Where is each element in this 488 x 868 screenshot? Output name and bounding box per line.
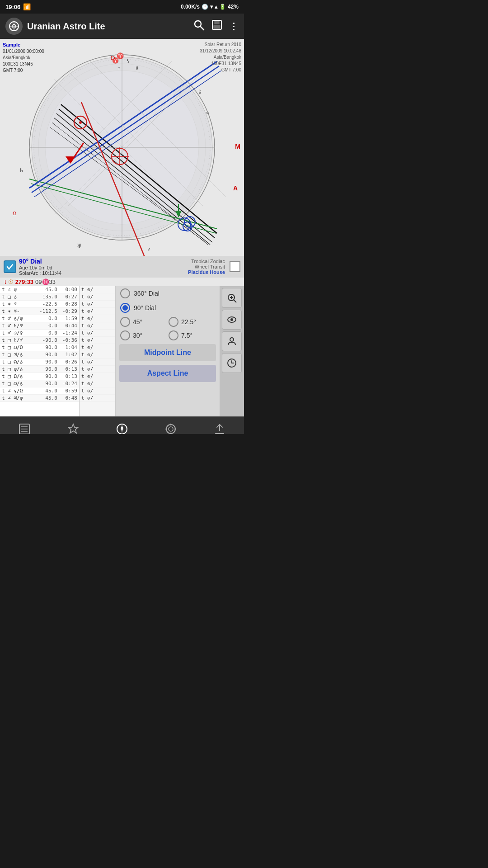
aspect-deg: 0.0 <box>33 330 57 336</box>
table-row: t ⊙/ <box>80 286 115 293</box>
aspect-orb: 0:59 <box>57 388 77 394</box>
nav-compass-button[interactable] <box>98 417 146 434</box>
aspect-table-right: t ⊙/t ⊙/t ⊙/t ⊙/t ⊙/t ⊙/t ⊙/t ⊙/t ⊙/t ⊙/… <box>80 286 116 416</box>
option-30-pair[interactable]: 30° <box>120 330 167 340</box>
aspect-deg: 135.0 <box>33 294 57 300</box>
svg-point-78 <box>121 428 123 430</box>
table-row: t ∠ ♃/ψ 45.0 0:48 <box>0 395 79 402</box>
table-row: t ♂ ♄/♅ 0.0 0:44 <box>0 322 79 330</box>
radio-90[interactable] <box>120 303 130 313</box>
table-row: t ⊙/ <box>80 395 115 402</box>
clock-icon <box>226 358 237 368</box>
chart-return-coords: 100E31 13N45 <box>200 61 241 67</box>
dial-title: 90° Dial <box>19 258 185 265</box>
nav-target-button[interactable] <box>146 417 195 434</box>
aspect-line-button[interactable]: Aspect Line <box>119 365 216 382</box>
aspect-orb: -0:24 <box>57 381 77 387</box>
zoom-in-icon <box>226 292 237 303</box>
table-row: t ⊙/ <box>80 373 115 380</box>
svg-text:♄: ♄ <box>19 167 24 174</box>
zoom-in-button[interactable] <box>222 288 242 308</box>
radio-90-dot <box>122 305 128 311</box>
aspect-deg: 45.0 <box>33 388 57 394</box>
table-row: t □ ☊/Ω 90.0 1:04 <box>0 344 79 351</box>
person-button[interactable] <box>222 331 242 351</box>
svg-rect-7 <box>215 20 219 24</box>
action-buttons <box>220 286 244 416</box>
svg-point-66 <box>230 338 234 341</box>
table-row: t □ ♃/♁ 90.0 1:02 <box>0 351 79 359</box>
option-75-pair[interactable]: 7.5° <box>169 330 215 340</box>
option-45-pair[interactable]: 45° <box>120 317 167 327</box>
search-button[interactable] <box>193 19 205 33</box>
aspect-planet: t □ ♃/♁ <box>2 352 33 358</box>
table-row: t ⊙/ <box>80 344 115 351</box>
radio-225[interactable] <box>169 317 178 327</box>
aspect-planet: t ∠ γ/Ω <box>2 388 33 394</box>
radio-360[interactable] <box>120 288 130 298</box>
radio-30[interactable] <box>120 330 130 340</box>
option-225-pair[interactable]: 22.5° <box>169 317 215 327</box>
table-row: t □ ☊/♁ 90.0 0:26 <box>0 359 79 366</box>
aspect-planet: t □ ♄/♂ <box>2 337 33 343</box>
app-bar: Uranian Astro Lite ⋮ <box>0 14 244 39</box>
chart-name: Sample <box>3 42 44 48</box>
svg-text:♀: ♀ <box>117 66 121 71</box>
aspect-orb: -1:24 <box>57 330 77 336</box>
chart-bottom-right: Tropical Zodiac Wheel Transit Placidus H… <box>188 259 225 275</box>
bottom-navigation <box>0 416 244 434</box>
table-row: t ♂ ☉/♀ 0.0 -1:24 <box>0 330 79 337</box>
radio-45[interactable] <box>120 317 130 327</box>
wheel-transit-box[interactable] <box>230 261 240 272</box>
aspect-deg: 90.0 <box>33 359 57 365</box>
status-right: 0.00K/s 🕐 ▾ ▴ 🔋 42% <box>181 4 239 10</box>
placidus-label: Placidus House <box>188 269 225 275</box>
chart-container: Sample 01/01/2000 00:00:00 Asia/Bangkok … <box>0 39 244 256</box>
app-title: Uranian Astro Lite <box>27 21 188 32</box>
dial-options-panel: 360° Dial 90° Dial 45° 22.5° 30° <box>116 286 220 416</box>
chart-location: Asia/Bangkok <box>3 55 44 61</box>
check-button[interactable] <box>4 260 16 273</box>
nav-star-button[interactable] <box>49 417 98 434</box>
svg-point-40 <box>79 121 82 124</box>
transit-degrees: 279:33 <box>15 278 33 285</box>
clock-icon: 🕐 <box>202 4 208 10</box>
radio-75[interactable] <box>169 330 178 340</box>
nav-upload-button[interactable] <box>195 417 244 434</box>
aspect-deg: -22.5 <box>33 301 57 307</box>
chart-return-location: Asia/Bangkok <box>200 54 241 61</box>
transit-prefix: t <box>5 278 6 285</box>
option-90-row[interactable]: 90° Dial <box>116 301 220 315</box>
table-row: t ∠ ψ 45.0 -0:00 <box>0 286 79 293</box>
battery-percent: 42% <box>228 4 239 10</box>
svg-text:♅: ♅ <box>77 243 82 249</box>
chart-return-date: 31/12/2009 10:02:48 <box>200 48 241 54</box>
star-icon <box>67 423 80 434</box>
midpoint-line-button[interactable]: Midpoint Line <box>119 344 216 361</box>
nav-list-button[interactable] <box>0 417 49 434</box>
table-row: t □ ♄/♂ -90.0 -0:36 <box>0 337 79 344</box>
aspect-orb: 1:02 <box>57 352 77 358</box>
aspect-orb: -0:36 <box>57 337 77 343</box>
option-360-row[interactable]: 360° Dial <box>116 286 220 301</box>
chart-info-left: Sample 01/01/2000 00:00:00 Asia/Bangkok … <box>3 42 44 74</box>
table-row: t ⊙/ <box>80 315 115 322</box>
battery-icon: 🔋 <box>219 4 226 10</box>
more-icon: ⋮ <box>229 21 239 31</box>
aspect-planet: t ✶ ♆ <box>2 301 33 307</box>
chart-gmt: GMT 7:00 <box>3 67 44 74</box>
view-button[interactable] <box>222 310 242 330</box>
aspect-orb: 0:28 <box>57 301 77 307</box>
chart-coords: 100E31 13N45 <box>3 61 44 67</box>
save-button[interactable] <box>211 19 223 33</box>
aspect-deg: 90.0 <box>33 366 57 372</box>
svg-text:D: D <box>111 54 115 61</box>
dial-info: 90° Dial Age 10y 0m 0d SolarArc : 10:11:… <box>19 258 185 276</box>
svg-text:♃: ♃ <box>206 110 210 116</box>
svg-text:♈: ♈ <box>117 52 124 60</box>
table-row: t ⊙/ <box>80 359 115 366</box>
aspect-deg: 90.0 <box>33 344 57 350</box>
menu-button[interactable]: ⋮ <box>229 20 239 32</box>
clock-button[interactable] <box>222 353 242 373</box>
heartbeat-icon: 📶 <box>23 3 31 10</box>
